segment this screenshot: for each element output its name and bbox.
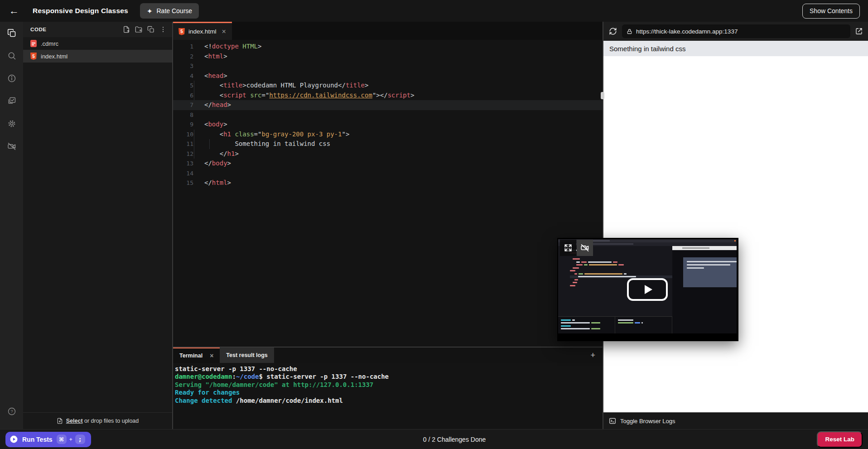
file-explorer: CODE .cdmrc 5 index.html Select or drop … [23, 22, 172, 429]
lock-icon [627, 29, 632, 34]
toggle-logs-label: Toggle Browser Logs [620, 418, 675, 425]
run-tests-button[interactable]: Run Tests ⌘ + ; [5, 432, 91, 447]
show-contents-button[interactable]: Show Contents [802, 4, 860, 19]
kebab-menu-icon [159, 26, 167, 33]
video-player-overlay[interactable] [557, 238, 738, 341]
sidebar-item-search[interactable] [0, 44, 23, 67]
terminal-line: Serving "/home/damner/code" at http://12… [175, 381, 603, 389]
url-text: https://thick-lake.codedamn.app:1337 [636, 28, 738, 35]
code-lines: 1<!doctype HTML>2<html>34<head>5 <title>… [173, 42, 603, 188]
upload-hint-label: or drop files to upload [83, 418, 139, 424]
editor-tab-bar: 5 index.html × [173, 22, 603, 40]
course-title: Responsive Design Classes [33, 7, 128, 15]
code-line[interactable]: 12 </h1> [173, 149, 603, 159]
rate-course-button[interactable]: ✦ Rate Course [140, 3, 199, 19]
cmd-key-badge: ⌘ [57, 435, 67, 444]
activity-bar: ? [0, 22, 23, 429]
code-line[interactable]: 3 [173, 61, 603, 71]
code-line[interactable]: 2<html> [173, 52, 603, 62]
info-icon [7, 74, 16, 83]
close-icon[interactable]: × [222, 28, 226, 36]
terminal-prompt-icon [609, 417, 616, 425]
terminal-tab-bar: Terminal × Test result logs + [173, 348, 603, 363]
gear-icon [7, 119, 16, 128]
tab-test-result-logs[interactable]: Test result logs [220, 348, 274, 363]
rate-course-label: Rate Course [156, 7, 192, 14]
reset-lab-button[interactable]: Reset Lab [817, 431, 863, 448]
upload-file-icon [57, 418, 63, 424]
html5-file-icon: 5 [30, 53, 37, 60]
code-line[interactable]: 14 [173, 169, 603, 179]
code-editor[interactable]: 1<!doctype HTML>2<html>34<head>5 <title>… [173, 40, 603, 347]
play-video-button[interactable] [627, 278, 668, 301]
sidebar-item-files[interactable] [0, 22, 23, 44]
file-row-cdmrc[interactable]: .cdmrc [23, 37, 172, 50]
terminal-line: damner@codedamn:~/code$ static-server -p… [175, 373, 603, 381]
sidebar-item-settings[interactable] [0, 112, 23, 135]
svg-text:?: ? [10, 409, 13, 414]
test-logs-tab-label: Test result logs [226, 352, 267, 358]
sidebar-item-info[interactable] [0, 67, 23, 90]
sidebar-item-video-off[interactable] [0, 135, 23, 158]
new-folder-icon [135, 26, 142, 33]
upload-select-label: Select [66, 418, 83, 424]
code-line[interactable]: 8 [173, 110, 603, 120]
new-folder-button[interactable] [135, 26, 142, 33]
code-line[interactable]: 13</body> [173, 159, 603, 169]
sidebar-item-tasks[interactable] [0, 90, 23, 112]
back-icon[interactable]: ← [6, 3, 22, 19]
explorer-header: CODE [23, 22, 172, 37]
expand-icon [564, 243, 573, 252]
sparkles-icon: ✦ [147, 8, 153, 14]
checklist-icon [7, 97, 16, 106]
upload-files-area[interactable]: Select or drop files to upload [23, 412, 172, 429]
expand-video-button[interactable] [560, 240, 576, 256]
semicolon-key-badge: ; [75, 435, 85, 444]
file-name: index.html [41, 53, 68, 60]
challenges-progress: 0 / 2 Challenges Done [423, 436, 486, 443]
mini-browser [672, 246, 737, 333]
plus-separator: + [69, 436, 72, 443]
terminal-output[interactable]: static-server -p 1337 --no-cachedamner@c… [173, 363, 603, 429]
mini-terminal [558, 316, 672, 333]
code-line[interactable]: 7</head> [173, 100, 603, 110]
code-line[interactable]: 10 <h1 class="bg-gray-200 px-3 py-1"> [173, 130, 603, 140]
refresh-button[interactable] [609, 27, 617, 35]
url-bar[interactable]: https://thick-lake.codedamn.app:1337 [622, 24, 850, 38]
open-external-button[interactable] [855, 28, 863, 35]
play-circle-icon [10, 435, 18, 444]
code-line[interactable]: 11 Something in tailwind css [173, 139, 603, 149]
code-line[interactable]: 6 <script src="https://cdn.tailwindcss.c… [173, 91, 603, 101]
browser-chrome: https://thick-lake.codedamn.app:1337 [603, 22, 868, 41]
video-mini-terminal-left [558, 317, 615, 333]
tab-label: index.html [188, 28, 217, 35]
mini-notification-dot [734, 240, 736, 241]
terminal-line: Ready for changes [175, 389, 603, 396]
browser-panel: https://thick-lake.codedamn.app:1337 Som… [603, 22, 868, 429]
code-line[interactable]: 5 <title>codedamn HTML Playground</title… [173, 81, 603, 91]
explorer-menu-button[interactable] [159, 26, 167, 33]
add-terminal-button[interactable]: + [590, 348, 595, 363]
close-icon[interactable]: × [210, 352, 213, 359]
file-row-index-html[interactable]: 5 index.html [23, 50, 172, 63]
code-line[interactable]: 1<!doctype HTML> [173, 42, 603, 52]
terminal-panel: Terminal × Test result logs + static-ser… [173, 347, 603, 429]
config-file-icon [30, 40, 37, 47]
code-line[interactable]: 9<body> [173, 120, 603, 130]
duplicate-button[interactable] [147, 26, 154, 33]
help-button[interactable]: ? [0, 400, 23, 423]
help-icon: ? [7, 407, 16, 416]
terminal-tab-label: Terminal [179, 352, 203, 359]
code-line[interactable]: 15</html> [173, 178, 603, 188]
video-off-icon [7, 142, 16, 151]
panel-resize-handle[interactable] [601, 92, 604, 99]
code-line[interactable]: 4<head> [173, 71, 603, 81]
new-file-button[interactable] [123, 26, 130, 33]
tab-index-html[interactable]: 5 index.html × [173, 22, 232, 40]
preview-heading: Something in tailwind css [603, 41, 868, 56]
new-file-icon [123, 26, 130, 33]
toggle-browser-logs-button[interactable]: Toggle Browser Logs [603, 412, 868, 429]
hide-video-button[interactable] [577, 240, 593, 256]
tab-terminal[interactable]: Terminal × [173, 348, 220, 363]
file-name: .cdmrc [41, 40, 58, 47]
